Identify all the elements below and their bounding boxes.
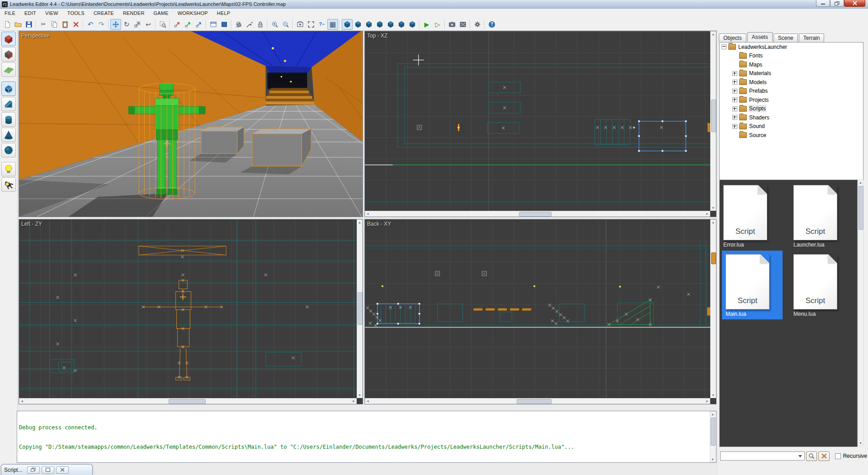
box-primitive-tool[interactable] [1,81,16,96]
help-button[interactable]: ? [486,19,497,30]
cut-button[interactable]: ✂ [38,19,49,30]
expand-icon[interactable] [732,124,737,129]
rotate-tool-button[interactable]: ↻ [121,19,132,30]
clear-search-button[interactable] [818,451,830,461]
paste-button[interactable] [60,19,71,30]
expand-icon[interactable] [732,115,737,120]
collapse-icon[interactable] [722,44,726,49]
tree-item-prefabs[interactable]: Prefabs [720,87,863,96]
collapsed-script-window[interactable]: Script... [1,464,93,475]
move-tool-button[interactable] [110,19,121,30]
console-output[interactable]: Debug process connected. Copying "D:/Ste… [17,411,717,463]
restore-button[interactable] [830,0,844,7]
viewport-top-xz[interactable]: Top - XZ [364,31,717,217]
layout-single-button[interactable] [208,19,219,30]
zoom-in-button[interactable] [269,19,280,30]
filter-combobox[interactable] [720,451,805,461]
menu-workshop[interactable]: WORKSHOP [173,9,212,18]
scale-tool-button[interactable] [132,19,143,30]
view-bottom-button[interactable] [363,19,374,30]
asset-card-menu-lua[interactable]: Script Menu.lua [790,251,850,319]
tree-item-materials[interactable]: Materials [720,69,863,78]
top-viewport-vscrollbar[interactable]: ▲▼ [710,31,716,211]
copy-button[interactable] [49,19,60,30]
delete-button[interactable] [71,19,81,30]
close-window-button[interactable] [56,466,69,474]
menu-render[interactable]: RENDER [118,9,149,18]
recursive-checkbox[interactable] [835,453,841,459]
top-viewport-hscrollbar[interactable]: ◄► [365,211,710,217]
tree-item-shaders[interactable]: Shaders [720,113,863,122]
play-in-window-button[interactable]: ▷ [432,19,443,30]
layout-quad-button[interactable] [219,19,230,30]
point-light-tool[interactable] [1,162,16,176]
axis-z-button[interactable] [193,19,204,30]
expand-icon[interactable] [732,71,737,76]
restore-window-button[interactable] [27,466,40,474]
view-perspective-button[interactable] [342,19,353,30]
back-viewport-vscrollbar[interactable]: ▲▼ [710,219,716,398]
expand-icon[interactable] [732,80,737,85]
lock-button[interactable] [255,19,266,30]
tab-scene[interactable]: Scene [774,33,798,42]
spot-light-tool[interactable] [1,177,16,192]
axis-x-button[interactable] [172,19,183,30]
undo-button[interactable]: ↶ [85,19,96,30]
options-button[interactable] [472,19,483,30]
menu-edit[interactable]: EDIT [20,9,41,18]
expand-icon[interactable] [732,97,737,102]
left-viewport-vscrollbar[interactable]: ▲▼ [357,219,363,398]
asset-card-launcher-lua[interactable]: Script Launcher.lua [790,181,850,250]
screenshot-button[interactable] [447,19,458,30]
tab-assets[interactable]: Assets [747,32,773,42]
hide-tool-button[interactable]: ?– [316,19,327,30]
search-button[interactable] [806,451,817,461]
viewport-left-zy[interactable]: Left - ZY [19,219,363,404]
tab-objects[interactable]: Objects [719,33,746,42]
menu-help[interactable]: HELP [212,9,235,18]
view-back-button[interactable] [385,19,396,30]
view-front-button[interactable] [374,19,385,30]
open-button[interactable] [13,19,24,30]
new-button[interactable] [2,19,13,30]
asset-card-main-lua[interactable]: Script Main.lua [722,251,783,319]
record-video-button[interactable] [458,19,468,30]
tree-item-source[interactable]: Source [720,131,863,140]
tree-item-maps[interactable]: Maps [720,60,863,69]
menu-view[interactable]: VIEW [41,9,63,18]
left-viewport-hscrollbar[interactable]: ◄► [19,398,357,404]
zoom-out-button[interactable] [280,19,291,30]
fit-view-button[interactable] [306,19,316,30]
expand-icon[interactable] [732,89,737,94]
cylinder-primitive-tool[interactable] [1,112,16,127]
tree-item-fonts[interactable]: Fonts [720,52,863,61]
expand-icon[interactable] [732,106,737,111]
pick-material-button[interactable] [244,19,255,30]
back-viewport-hscrollbar[interactable]: ◄► [365,398,710,404]
cone-primitive-tool[interactable] [1,128,16,142]
window-titlebar[interactable]: Leadwerks Editor 4.4 - C:\Users\Einlande… [0,0,868,9]
sphere-primitive-tool[interactable] [1,143,16,157]
tree-item-projects[interactable]: Projects [720,95,863,104]
view-left-button[interactable] [396,19,407,30]
grid-snap-button[interactable]: ▦ [327,19,338,30]
close-button[interactable] [844,0,865,7]
menu-tools[interactable]: TOOLS [63,9,89,18]
minimize-button[interactable] [816,0,830,7]
save-button[interactable] [24,19,34,30]
textured-brush-tool[interactable] [1,32,16,46]
play-button[interactable]: ▶ [421,19,432,30]
view-top-button[interactable] [353,19,363,30]
tree-item-scripts[interactable]: Scripts [720,104,863,114]
view-right-button[interactable] [407,19,418,30]
tree-item-sound[interactable]: Sound [720,122,863,131]
reset-camera-button[interactable] [295,19,306,30]
tree-item-root[interactable]: LeadwerksLauncher [720,43,863,52]
terrain-tool[interactable] [1,62,16,77]
menu-create[interactable]: CREATE [89,9,118,18]
menu-file[interactable]: FILE [0,9,20,18]
redo-button[interactable]: ↷ [96,19,107,30]
thumbnails-vscrollbar[interactable]: ▲▼ [858,180,863,446]
maximize-window-button[interactable] [42,466,54,474]
viewport-perspective[interactable]: Perspective [19,31,363,217]
